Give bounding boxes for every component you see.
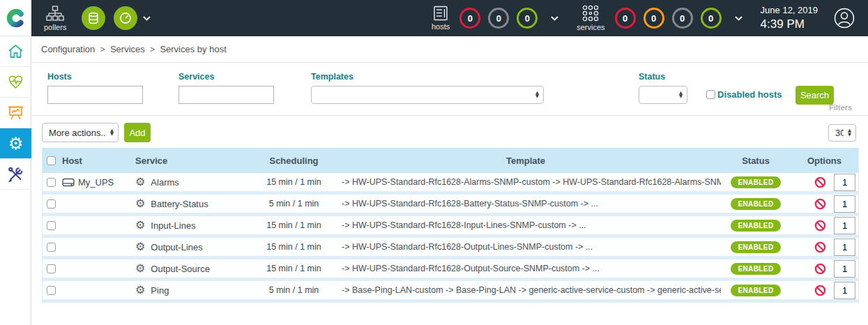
gear-icon: ⚙ (8, 135, 24, 152)
poller-details-chevron[interactable] (143, 16, 151, 21)
hosts-menu-button[interactable]: hosts (432, 6, 450, 31)
services-filter-label: Services (178, 72, 214, 82)
row-checkbox[interactable] (47, 199, 56, 209)
poller-health-button[interactable] (114, 6, 137, 30)
breadcrumb-configuration[interactable]: Configuration (41, 44, 95, 54)
filters-caption: Filters (829, 103, 852, 112)
row-checkbox[interactable] (47, 264, 56, 273)
select-all-checkbox[interactable] (47, 156, 56, 165)
pollers-button[interactable]: pollers (44, 6, 66, 31)
sidebar-item-monitoring[interactable] (0, 67, 31, 98)
disable-icon[interactable] (814, 220, 826, 232)
host-icon (62, 177, 75, 188)
templates-select[interactable]: ▲▼ (311, 86, 544, 104)
breadcrumb-services-by-host[interactable]: Services by host (160, 44, 226, 54)
status-filter-label: Status (639, 72, 665, 82)
services-chevron[interactable] (735, 16, 743, 21)
centreon-logo[interactable] (0, 0, 31, 36)
duplicate-count-input[interactable] (834, 260, 855, 278)
service-name[interactable]: Ping (151, 285, 169, 296)
scheduling-value: 15 min / 1 min (257, 177, 330, 187)
add-button[interactable]: Add (124, 123, 151, 142)
sidebar-item-administration[interactable] (0, 159, 31, 190)
row-checkbox[interactable] (47, 243, 56, 252)
duplicate-count-input[interactable] (834, 282, 855, 299)
row-checkbox[interactable] (47, 221, 56, 230)
select-arrows-icon: ▲▼ (848, 129, 851, 137)
status-badge: ENABLED (731, 241, 780, 253)
services-label: services (577, 23, 604, 31)
host-name[interactable]: My_UPS (78, 177, 114, 188)
status-select[interactable]: ▲▼ (639, 86, 687, 104)
breadcrumb-separator: > (100, 44, 105, 54)
column-status[interactable]: Status (721, 156, 791, 166)
hosts-icon (432, 6, 449, 21)
centreon-logo-icon (4, 6, 28, 30)
host-status-counter[interactable]: 0 (517, 8, 538, 29)
search-button[interactable]: Search (795, 86, 834, 105)
disable-icon[interactable] (814, 263, 826, 275)
table-header-row: Host Service Scheduling Template Status … (43, 148, 858, 173)
duplicate-count-input[interactable] (834, 217, 855, 234)
service-status-counter[interactable]: 0 (615, 8, 636, 29)
pollers-icon (46, 6, 64, 22)
services-filter-input[interactable] (178, 86, 274, 104)
current-date: June 12, 2019 (761, 5, 818, 16)
table-row: ⚙ Ping 5 min / 1 min -> Base-Ping-LAN-cu… (43, 281, 858, 303)
hosts-chevron[interactable] (551, 16, 558, 21)
select-arrows-icon: ▲▼ (679, 91, 683, 99)
service-name[interactable]: Output-Lines (151, 242, 202, 252)
user-menu-button[interactable] (833, 7, 855, 29)
host-status-counter[interactable]: 0 (459, 8, 480, 29)
status-badge: ENABLED (731, 263, 780, 275)
service-status-counter[interactable]: 0 (644, 8, 664, 29)
disable-icon[interactable] (814, 198, 826, 210)
duplicate-count-input[interactable] (834, 239, 855, 256)
disable-icon[interactable] (814, 241, 826, 253)
duplicate-count-input[interactable] (834, 174, 855, 191)
sidebar-item-reporting[interactable] (0, 98, 31, 128)
breadcrumb-services[interactable]: Services (110, 44, 145, 54)
gauge-icon (119, 11, 132, 25)
page-size-select[interactable]: 30 ▲▼ (828, 124, 856, 142)
disabled-hosts-label[interactable]: Disabled hosts (717, 89, 782, 100)
column-options[interactable]: Options (791, 156, 858, 166)
table-row: ⚙ Output-Source 15 min / 1 min -> HW-UPS… (43, 259, 858, 281)
table-row: My_UPS ⚙ Alarms 15 min / 1 min -> HW-UPS… (43, 173, 858, 195)
row-checkbox[interactable] (47, 286, 56, 295)
chevron-down-icon (551, 16, 558, 21)
row-checkbox[interactable] (47, 178, 56, 187)
service-name[interactable]: Battery-Status (151, 199, 208, 209)
service-name[interactable]: Alarms (151, 177, 178, 188)
more-actions-select[interactable]: More actions... ▲▼ (42, 123, 119, 142)
hosts-counter-group: hosts 0 0 0 (432, 6, 558, 31)
template-chain: -> HW-UPS-Standard-Rfc1628-Alarms-SNMP-c… (330, 177, 721, 187)
host-status-counter[interactable]: 0 (488, 8, 509, 29)
column-scheduling[interactable]: Scheduling (257, 156, 330, 166)
service-name[interactable]: Input-Lines (151, 220, 195, 231)
service-status-counter[interactable]: 0 (701, 8, 722, 29)
page-size-value: 30 (835, 128, 844, 138)
service-status-counter[interactable]: 0 (672, 8, 693, 29)
hosts-filter-input[interactable] (47, 86, 143, 104)
table-row: ⚙ Battery-Status 5 min / 1 min -> HW-UPS… (43, 195, 858, 216)
service-name[interactable]: Output-Source (151, 264, 210, 274)
pollers-label: pollers (44, 23, 66, 31)
column-template[interactable]: Template (330, 156, 721, 166)
duplicate-count-input[interactable] (834, 195, 855, 213)
disabled-hosts-checkbox[interactable] (706, 90, 715, 99)
services-menu-button[interactable]: services (577, 5, 604, 31)
column-service[interactable]: Service (135, 156, 257, 166)
breadcrumb-separator: > (150, 44, 155, 54)
disable-icon[interactable] (814, 176, 826, 188)
column-host[interactable]: Host (62, 156, 135, 166)
service-gear-icon: ⚙ (135, 220, 145, 231)
sidebar-item-home[interactable] (0, 36, 31, 67)
heart-pulse-icon (7, 74, 24, 91)
template-chain: -> Base-Ping-LAN-custom -> Base-Ping-LAN… (330, 285, 721, 295)
database-status-button[interactable] (82, 6, 105, 30)
sidebar-item-configuration[interactable]: ⚙ (0, 128, 31, 159)
service-gear-icon: ⚙ (135, 241, 145, 252)
services-counter-group: services 0 0 0 0 (577, 5, 742, 31)
disable-icon[interactable] (814, 285, 826, 296)
